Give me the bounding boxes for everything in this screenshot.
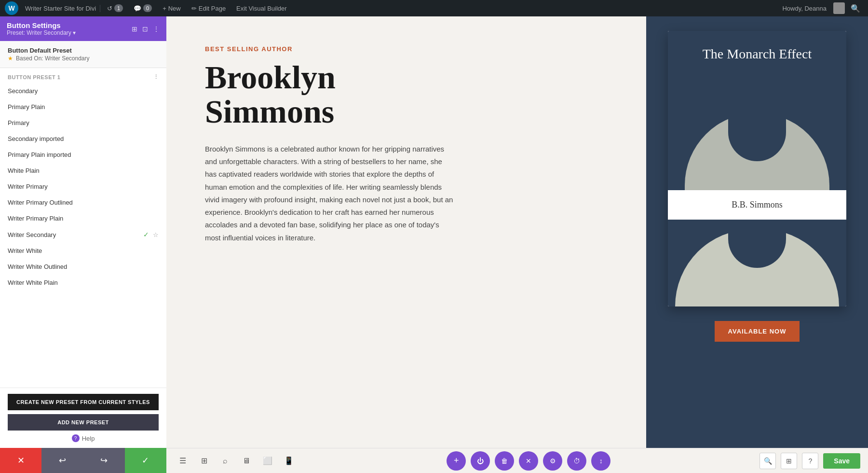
comment-icon: 💬 bbox=[134, 5, 141, 12]
book-author: B.B. Simmons bbox=[678, 200, 837, 210]
panel-header-left: Button Settings Preset: Writer Secondary… bbox=[7, 21, 76, 36]
panel-title: Button Settings bbox=[7, 21, 76, 29]
based-on-section: Button Default Preset ★ Based On: Writer… bbox=[0, 41, 166, 68]
book-bottom-section bbox=[668, 220, 846, 306]
preset-label: Preset: Writer Secondary bbox=[7, 29, 71, 36]
confirm-icon: ✓ bbox=[142, 455, 149, 466]
list-item[interactable]: Secondary bbox=[0, 83, 166, 99]
new-item[interactable]: + New bbox=[159, 5, 185, 12]
panel-header-icons: ⊞ ⊡ ⋮ bbox=[132, 25, 160, 33]
author-name: Brooklyn Simmons bbox=[205, 60, 489, 129]
author-bio: Brooklyn Simmons is a celebrated author … bbox=[205, 143, 456, 244]
trash-btn[interactable]: 🗑 bbox=[495, 451, 514, 471]
add-preset-button[interactable]: ADD NEW PRESET bbox=[8, 414, 159, 431]
available-now-button[interactable]: AVAILABLE NOW bbox=[715, 321, 800, 342]
settings-btn[interactable]: ⚙ bbox=[543, 451, 562, 471]
list-item[interactable]: Writer White Outlined bbox=[0, 259, 166, 275]
redo-button[interactable]: ↪ bbox=[83, 448, 125, 473]
more-icon[interactable]: ⋮ bbox=[153, 25, 160, 33]
grid-view-btn[interactable]: ⊞ bbox=[195, 452, 213, 470]
close-button[interactable]: ✕ bbox=[0, 448, 41, 473]
tablet-view-btn[interactable]: ⬜ bbox=[259, 452, 276, 470]
list-item-active[interactable]: Writer Secondary ✓ ☆ bbox=[0, 226, 166, 243]
book-arch bbox=[668, 94, 846, 190]
desktop-view-btn[interactable]: 🖥 bbox=[238, 452, 255, 470]
undo-button[interactable]: ↩ bbox=[41, 448, 83, 473]
clock-btn[interactable]: ⏱ bbox=[567, 451, 586, 471]
revision-icon: ↺ bbox=[107, 5, 112, 12]
exit-builder-item[interactable]: Exit Visual Builder bbox=[232, 5, 291, 12]
dots-icon[interactable]: ⋮ bbox=[153, 74, 159, 80]
revisions-count: 1 bbox=[114, 4, 123, 12]
preset-label-primary-plain: Primary Plain bbox=[8, 103, 45, 111]
list-item[interactable]: Primary Plain bbox=[0, 99, 166, 115]
star-icon[interactable]: ☆ bbox=[153, 231, 159, 238]
revisions-item[interactable]: ↺ 1 bbox=[103, 4, 127, 12]
confirm-button[interactable]: ✓ bbox=[125, 448, 166, 473]
arch-shape bbox=[685, 113, 829, 190]
content-wrapper: BEST SELLING AUTHOR Brooklyn Simmons Bro… bbox=[166, 16, 868, 473]
list-item[interactable]: Primary Plain imported bbox=[0, 147, 166, 163]
preset-label-writer-primary: Writer Primary bbox=[8, 183, 48, 190]
bottom-toolbar: ☰ ⊞ ⌕ 🖥 ⬜ 📱 + ⏻ 🗑 ✕ ⚙ ⏱ ↕ bbox=[166, 448, 646, 473]
help-link[interactable]: ? Help bbox=[8, 434, 159, 442]
center-area: BEST SELLING AUTHOR Brooklyn Simmons Bro… bbox=[166, 16, 646, 473]
preset-label-primary: Primary bbox=[8, 119, 29, 126]
right-panel: The Monarch Effect B.B. Simmons bbox=[646, 16, 868, 473]
list-item[interactable]: Writer Primary bbox=[0, 179, 166, 195]
preset-label-secondary: Secondary bbox=[8, 87, 38, 95]
howdy-text: Howdy, Deanna bbox=[778, 5, 830, 12]
lock-btn[interactable]: ↕ bbox=[591, 451, 610, 471]
grid-icon[interactable]: ⊡ bbox=[142, 25, 148, 33]
panel-header: Button Settings Preset: Writer Secondary… bbox=[0, 16, 166, 41]
author-label: BEST SELLING AUTHOR bbox=[205, 45, 489, 53]
panel-subtitle: Preset: Writer Secondary ▾ bbox=[7, 29, 76, 36]
list-item[interactable]: Primary bbox=[0, 115, 166, 131]
list-item[interactable]: Writer White Plain bbox=[0, 275, 166, 291]
add-btn[interactable]: + bbox=[447, 451, 466, 471]
list-item[interactable]: Writer Primary Outlined bbox=[0, 195, 166, 210]
chevron-down-icon[interactable]: ▾ bbox=[73, 29, 76, 36]
list-item[interactable]: Writer White bbox=[0, 243, 166, 259]
settings-icon[interactable]: ⊞ bbox=[132, 25, 137, 33]
book-cover: The Monarch Effect bbox=[668, 31, 846, 190]
power-btn[interactable]: ⏻ bbox=[471, 451, 490, 471]
star-icon: ★ bbox=[8, 55, 13, 62]
site-name[interactable]: Writer Starter Site for Divi bbox=[21, 5, 100, 12]
list-item[interactable]: White Plain bbox=[0, 163, 166, 179]
preset-actions: ✓ ☆ bbox=[143, 231, 159, 238]
edit-page-item[interactable]: ✏ Edit Page bbox=[188, 5, 230, 12]
bottom-arch-cutout bbox=[728, 229, 786, 268]
page-content: BEST SELLING AUTHOR Brooklyn Simmons Bro… bbox=[166, 16, 528, 273]
search-btn[interactable]: ⌕ bbox=[217, 452, 234, 470]
create-preset-button[interactable]: CREATE NEW PRESET FROM CURRENT STYLES bbox=[8, 394, 159, 410]
undo-icon: ↩ bbox=[59, 455, 66, 466]
panel-bottom: CREATE NEW PRESET FROM CURRENT STYLES AD… bbox=[0, 388, 166, 448]
based-on-value: Based On: Writer Secondary bbox=[16, 55, 90, 62]
close-btn[interactable]: ✕ bbox=[519, 451, 538, 471]
preset-label-writer-primary-outlined: Writer Primary Outlined bbox=[8, 199, 73, 206]
close-icon: ✕ bbox=[17, 455, 25, 466]
book-card: The Monarch Effect B.B. Simmons bbox=[668, 31, 846, 306]
plus-icon: + bbox=[163, 5, 166, 12]
user-avatar[interactable] bbox=[833, 2, 845, 14]
list-item[interactable]: Secondary imported bbox=[0, 131, 166, 147]
wordpress-logo[interactable]: W bbox=[5, 1, 18, 15]
check-icon: ✓ bbox=[143, 231, 149, 238]
preset-label-writer-primary-plain: Writer Primary Plain bbox=[8, 215, 63, 222]
admin-bar: W Writer Starter Site for Divi ↺ 1 💬 0 +… bbox=[0, 0, 868, 16]
preset-label-writer-white: Writer White bbox=[8, 247, 42, 254]
main-area: Button Settings Preset: Writer Secondary… bbox=[0, 16, 868, 473]
comments-item[interactable]: 💬 0 bbox=[130, 4, 156, 12]
based-on-sub: ★ Based On: Writer Secondary bbox=[8, 55, 159, 62]
preset-list: Button Preset 1 ⋮ Secondary Primary Plai… bbox=[0, 68, 166, 388]
search-icon[interactable]: 🔍 bbox=[848, 4, 863, 13]
bottom-arch-shape bbox=[675, 229, 839, 306]
list-item[interactable]: Writer Primary Plain bbox=[0, 210, 166, 226]
book-info: B.B. Simmons bbox=[668, 190, 846, 220]
menu-icon-btn[interactable]: ☰ bbox=[174, 452, 191, 470]
mobile-view-btn[interactable]: 📱 bbox=[280, 452, 298, 470]
arch-cutout bbox=[728, 113, 786, 161]
panel-footer: ✕ ↩ ↪ ✓ bbox=[0, 448, 166, 473]
preset-label-writer-white-outlined: Writer White Outlined bbox=[8, 263, 67, 270]
